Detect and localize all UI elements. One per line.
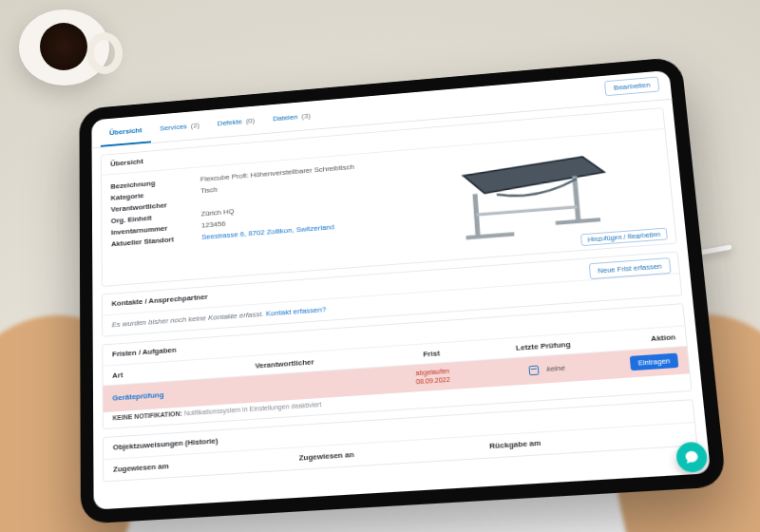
- tab-files[interactable]: Dateien (3): [263, 105, 320, 133]
- overview-fields: BezeichnungFlexcube Profi: Höhenverstell…: [110, 158, 390, 280]
- tab-files-label: Dateien: [273, 113, 298, 123]
- svg-rect-3: [466, 232, 514, 239]
- col-aktion: Aktion: [599, 332, 676, 348]
- edit-button[interactable]: Bearbeiten: [604, 76, 659, 96]
- task-resp: [256, 381, 377, 390]
- coffee-cup-decor: [19, 10, 109, 86]
- chat-fab[interactable]: [675, 441, 709, 473]
- chat-icon: [683, 448, 701, 466]
- task-enter-button[interactable]: Eintragen: [630, 353, 679, 371]
- tab-defects-label: Defekte: [218, 118, 242, 127]
- task-art-link[interactable]: Geräteprüfung: [112, 384, 256, 403]
- tab-services[interactable]: Services (2): [151, 115, 209, 142]
- tab-services-count: (2): [191, 122, 200, 130]
- tab-overview[interactable]: Übersicht: [101, 121, 151, 147]
- tab-files-count: (3): [301, 112, 311, 121]
- tab-defects[interactable]: Defekte (0): [208, 110, 264, 138]
- contacts-card-title: Kontakte / Ansprechpartner: [111, 293, 207, 308]
- tablet-frame: Übersicht Services (2) Defekte (0) Datei…: [79, 57, 726, 524]
- contacts-create-link[interactable]: Kontakt erfassen?: [266, 305, 327, 317]
- app-screen: Übersicht Services (2) Defekte (0) Datei…: [91, 70, 711, 510]
- notif-off-label: KEINE NOTIFIKATION:: [112, 409, 181, 421]
- svg-rect-2: [572, 176, 580, 221]
- task-frist: abgelaufen 08.09.2022: [377, 365, 489, 389]
- svg-rect-5: [476, 205, 577, 217]
- svg-marker-0: [463, 155, 605, 195]
- overview-image-area: Hinzufügen / Bearbeiten: [397, 135, 666, 257]
- task-last: keine: [488, 361, 602, 378]
- calendar-icon[interactable]: [528, 365, 539, 375]
- tab-services-label: Services: [160, 123, 187, 133]
- tab-defects-count: (0): [246, 117, 256, 125]
- task-last-text: keine: [546, 363, 565, 372]
